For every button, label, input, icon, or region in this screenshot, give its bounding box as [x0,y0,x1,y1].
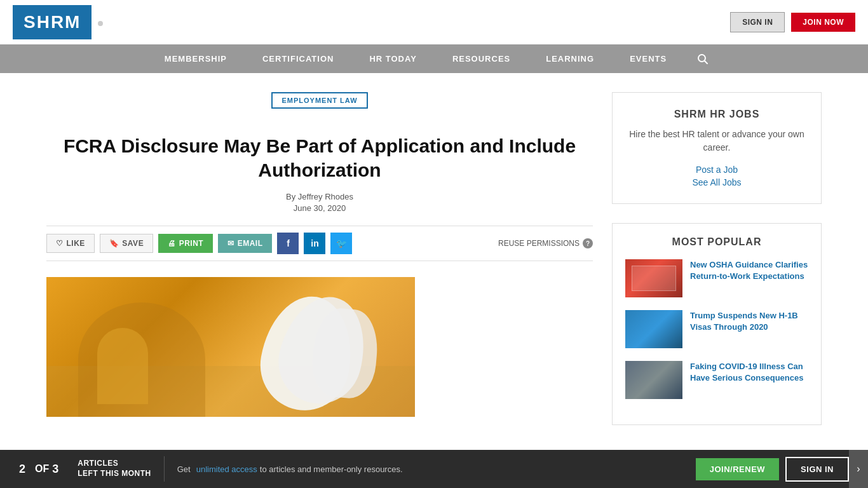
joinnow-button[interactable]: JOIN NOW [791,13,855,32]
nav-item-certification[interactable]: CERTIFICATION [245,44,351,73]
bookmark-icon: 🔖 [109,239,119,248]
sidebar-popular-title: MOST POPULAR [625,236,808,248]
twitter-share-button[interactable]: 🐦 [330,233,352,254]
article-image [46,277,415,417]
nav-item-hr-today[interactable]: HR TODAY [351,44,434,73]
sidebar-popular: MOST POPULAR New OSHA Guidance Clarifies… [612,223,822,425]
popular-thumb-covid [625,361,682,399]
logo-area: SHRM [13,5,103,39]
popular-item-osha[interactable]: New OSHA Guidance Clarifies Return-to-Wo… [625,259,808,297]
help-icon: ? [583,238,593,248]
popular-thumb-osha [625,259,682,297]
top-header: SHRM SIGN IN JOIN NOW [0,0,868,44]
facebook-share-button[interactable]: f [277,233,299,254]
sidebar-jobs-links: Post a Job See All Jobs [625,165,808,187]
popular-text-covid: Faking COVID-19 Illness Can Have Serious… [690,361,808,399]
print-icon: 🖨 [168,239,176,248]
nav-item-learning[interactable]: LEARNING [528,44,612,73]
article-meta: By Jeffrey Rhodes June 30, 2020 [46,192,593,213]
popular-item-covid[interactable]: Faking COVID-19 Illness Can Have Serious… [625,361,808,399]
signin-button[interactable]: SIGN IN [730,12,785,32]
sidebar-jobs-title: SHRM HR JOBS [625,109,808,120]
article-date: June 30, 2020 [46,203,593,213]
main-navigation: MEMBERSHIP CERTIFICATION HR TODAY RESOUR… [0,44,868,73]
reuse-permissions-label: REUSE PERMISSIONS [498,239,580,248]
email-label: EMAIL [238,239,263,248]
sidebar-jobs: SHRM HR JOBS Hire the best HR talent or … [612,92,822,204]
like-button[interactable]: ♡ LIKE [46,234,95,253]
reuse-permissions[interactable]: REUSE PERMISSIONS ? [498,238,593,248]
nav-item-resources[interactable]: RESOURCES [435,44,528,73]
action-bar: ♡ LIKE 🔖 SAVE 🖨 PRINT ✉ EMAIL f in 🐦 REU… [46,226,593,261]
logo-text: SHRM [24,12,81,32]
sidebar: SHRM HR JOBS Hire the best HR talent or … [612,92,822,425]
shrm-logo[interactable]: SHRM [13,5,92,39]
nav-item-membership[interactable]: MEMBERSHIP [147,44,245,73]
svg-line-1 [705,60,708,64]
post-job-link[interactable]: Post a Job [625,165,808,175]
print-button[interactable]: 🖨 PRINT [158,234,213,253]
popular-text-h1b: Trump Suspends New H-1B Visas Through 20… [690,310,808,348]
email-icon: ✉ [227,239,234,248]
save-button[interactable]: 🔖 SAVE [100,234,153,253]
sidebar-jobs-description: Hire the best HR talent or advance your … [625,128,808,154]
article-author: By Jeffrey Rhodes [46,192,593,201]
article-main: EMPLOYMENT LAW FCRA Disclosure May Be Pa… [46,92,593,425]
logo-decoration [98,21,103,26]
popular-item-h1b[interactable]: Trump Suspends New H-1B Visas Through 20… [625,310,808,348]
header-actions: SIGN IN JOIN NOW [730,12,855,32]
popular-thumb-h1b [625,310,682,348]
email-button[interactable]: ✉ EMAIL [218,234,272,253]
heart-icon: ♡ [56,239,64,248]
see-all-jobs-link[interactable]: See All Jobs [625,177,808,187]
linkedin-share-button[interactable]: in [304,233,325,254]
nav-item-events[interactable]: EVENTS [612,44,684,73]
print-label: PRINT [179,239,204,248]
save-label: SAVE [122,239,144,248]
article-title: FCRA Disclosure May Be Part of Applicati… [46,134,593,182]
content-wrapper: EMPLOYMENT LAW FCRA Disclosure May Be Pa… [34,73,834,438]
category-badge[interactable]: EMPLOYMENT LAW [271,92,367,109]
popular-text-osha: New OSHA Guidance Clarifies Return-to-Wo… [690,259,808,297]
search-icon[interactable] [684,44,721,73]
like-label: LIKE [67,239,85,248]
